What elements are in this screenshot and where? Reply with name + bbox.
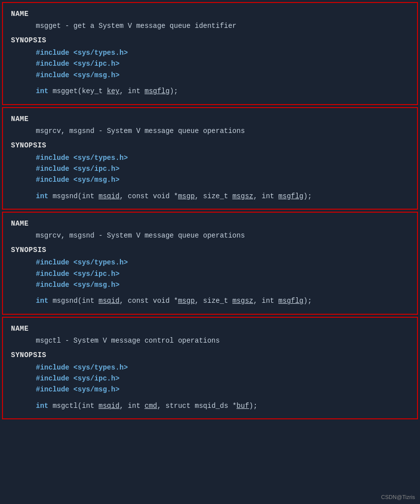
param-cmd-4: cmd (144, 402, 157, 410)
return-type-2: int (36, 192, 48, 200)
param-sep-3c: , int (253, 297, 278, 305)
func-name-2: msgsnd(int (53, 192, 99, 200)
name-text-4: msgctl - System V message control operat… (36, 336, 409, 346)
include-4-3: #include <sys/msg.h> (36, 384, 409, 395)
func-name-4: msgctl(int (53, 402, 99, 410)
include-2-3: #include <sys/msg.h> (36, 174, 409, 185)
include-3-1: #include <sys/types.h> (36, 257, 409, 268)
man-section-msgsnd2: NAME msgrcv, msgsnd - System V message q… (2, 212, 418, 315)
param-msgp-3: msgp (178, 297, 195, 305)
synopsis-content-1: #include <sys/types.h> #include <sys/ipc… (36, 47, 409, 97)
param-sep-1: , int (119, 87, 144, 95)
watermark: CSDN@Tizris (381, 494, 415, 500)
synopsis-content-3: #include <sys/types.h> #include <sys/ipc… (36, 257, 409, 307)
param-msqid-4: msqid (99, 402, 119, 410)
param-sep-2b: , size_t (195, 192, 232, 200)
param-msgp-2: msgp (178, 192, 195, 200)
include-1-1: #include <sys/types.h> (36, 47, 409, 58)
param-sep-4a: , int (119, 402, 144, 410)
param-key: key (107, 87, 119, 95)
param-msqid-2: msqid (99, 192, 119, 200)
param-msgflg-1: msgflg (144, 87, 169, 95)
name-text-1: msgget - get a System V message queue id… (36, 21, 409, 31)
param-buf-4: buf (236, 402, 249, 410)
name-label-4: NAME (11, 325, 409, 333)
param-msgflg-3: msgflg (278, 297, 303, 305)
return-type-4: int (36, 402, 48, 410)
man-section-msgget: NAME msgget - get a System V message que… (2, 2, 418, 105)
param-msgsz-2: msgsz (232, 192, 253, 200)
name-text-3: msgrcv, msgsnd - System V message queue … (36, 231, 409, 241)
func-name-3: msgsnd(int (53, 297, 99, 305)
name-label-2: NAME (11, 115, 409, 123)
func-end-3: ); (304, 297, 312, 305)
func-name-1: msgget(key_t (53, 87, 107, 95)
synopsis-label-4: SYNOPSIS (11, 351, 409, 359)
param-sep-2a: , const void * (119, 192, 178, 200)
param-sep-3a: , const void * (119, 297, 178, 305)
include-2-2: #include <sys/ipc.h> (36, 163, 409, 174)
param-msgsz-3: msgsz (232, 297, 253, 305)
func-sig-2: int msgsnd(int msqid, const void *msgp, … (36, 191, 409, 202)
func-end-4: ); (249, 402, 258, 410)
synopsis-label-3: SYNOPSIS (11, 246, 409, 254)
return-type-1: int (36, 87, 48, 95)
man-section-msgctl: NAME msgctl - System V message control o… (2, 317, 418, 420)
include-1-2: #include <sys/ipc.h> (36, 58, 409, 69)
func-sig-3: int msgsnd(int msqid, const void *msgp, … (36, 295, 409, 306)
include-1-3: #include <sys/msg.h> (36, 70, 409, 81)
name-text-2: msgrcv, msgsnd - System V message queue … (36, 126, 409, 136)
synopsis-label-1: SYNOPSIS (11, 36, 409, 44)
man-section-msgsnd1: NAME msgrcv, msgsnd - System V message q… (2, 107, 418, 210)
name-label-3: NAME (11, 220, 409, 228)
include-3-3: #include <sys/msg.h> (36, 279, 409, 290)
synopsis-content-4: #include <sys/types.h> #include <sys/ipc… (36, 362, 409, 412)
include-4-1: #include <sys/types.h> (36, 362, 409, 373)
param-msgflg-2: msgflg (278, 192, 303, 200)
func-sig-1: int msgget(key_t key, int msgflg); (36, 86, 409, 97)
func-end-2: ); (304, 192, 312, 200)
name-label-1: NAME (11, 10, 409, 18)
synopsis-content-2: #include <sys/types.h> #include <sys/ipc… (36, 152, 409, 202)
synopsis-label-2: SYNOPSIS (11, 141, 409, 149)
func-sig-4: int msgctl(int msqid, int cmd, struct ms… (36, 400, 409, 411)
param-sep-4b: , struct msqid_ds * (157, 402, 237, 410)
param-msqid-3: msqid (99, 297, 119, 305)
param-sep-3b: , size_t (195, 297, 232, 305)
include-3-2: #include <sys/ipc.h> (36, 268, 409, 279)
param-sep-2c: , int (253, 192, 278, 200)
return-type-3: int (36, 297, 48, 305)
include-4-2: #include <sys/ipc.h> (36, 373, 409, 384)
include-2-1: #include <sys/types.h> (36, 152, 409, 163)
func-end-1: ); (170, 87, 178, 95)
